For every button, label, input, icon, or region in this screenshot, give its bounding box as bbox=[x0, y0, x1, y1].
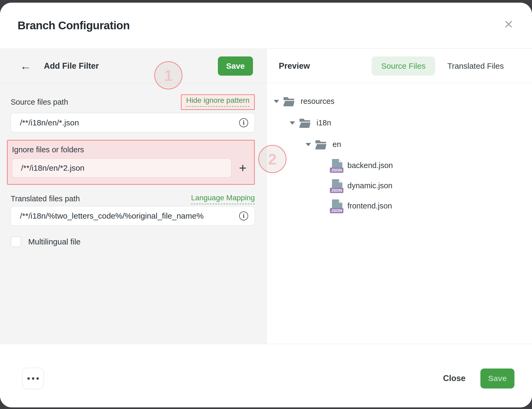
close-icon[interactable]: × bbox=[501, 16, 517, 32]
json-file-icon: JSON bbox=[331, 199, 343, 213]
tree-item-en[interactable]: en bbox=[267, 134, 532, 155]
ignore-files-label: Ignore files or folders bbox=[12, 145, 254, 154]
tree-item-dynamic-json[interactable]: JSON dynamic.json bbox=[267, 175, 532, 196]
dialog-content: ← Add File Filter Save Source files path… bbox=[0, 49, 532, 344]
json-badge: JSON bbox=[330, 167, 343, 173]
info-icon[interactable]: i bbox=[239, 118, 248, 127]
preview-header: Preview Source Files Translated Files bbox=[267, 49, 532, 83]
chevron-down-icon[interactable] bbox=[306, 143, 311, 146]
translated-path-row: Translated files path Language Mapping bbox=[11, 191, 255, 206]
chevron-down-icon[interactable] bbox=[290, 121, 295, 125]
dot-icon bbox=[27, 377, 30, 380]
tree-item-label: dynamic.json bbox=[347, 181, 392, 190]
tab-translated-files[interactable]: Translated Files bbox=[438, 56, 513, 76]
chevron-down-icon[interactable] bbox=[274, 100, 279, 103]
back-arrow-icon[interactable]: ← bbox=[20, 60, 31, 72]
tree-item-label: i18n bbox=[317, 118, 331, 127]
source-path-value: /**/i18n/en/*.json bbox=[20, 118, 235, 127]
add-ignore-pattern-icon[interactable]: + bbox=[231, 162, 254, 174]
tree-item-label: frontend.json bbox=[347, 202, 392, 210]
close-button[interactable]: Close bbox=[443, 374, 466, 383]
file-filter-panel: ← Add File Filter Save Source files path… bbox=[0, 49, 267, 344]
ignore-pattern-value: /**/i18n/en/*2.json bbox=[21, 163, 226, 173]
ignore-pattern-input[interactable]: /**/i18n/en/*2.json bbox=[12, 158, 231, 178]
translated-path-input[interactable]: /**/i18n/%two_letters_code%/%original_fi… bbox=[11, 206, 255, 226]
dialog-titlebar: Branch Configuration × bbox=[0, 3, 532, 49]
tree-item-label: backend.json bbox=[347, 161, 393, 170]
translated-path-value: /**/i18n/%two_letters_code%/%original_fi… bbox=[20, 211, 235, 220]
more-options-button[interactable] bbox=[22, 368, 44, 389]
json-file-icon: JSON bbox=[331, 158, 343, 172]
folder-icon bbox=[315, 139, 327, 150]
hide-ignore-highlight: Hide ignore pattern bbox=[181, 94, 255, 110]
screen: Branch Configuration × ← Add File Filter… bbox=[0, 0, 532, 409]
save-filter-button[interactable]: Save bbox=[218, 56, 253, 76]
json-file-icon: JSON bbox=[331, 179, 343, 193]
dot-icon bbox=[32, 377, 34, 380]
file-tree: resources i18n en bbox=[267, 83, 532, 216]
preview-panel: Preview Source Files Translated Files re… bbox=[267, 49, 532, 344]
source-path-label: Source files path bbox=[11, 98, 68, 107]
multilingual-row: Multilingual file bbox=[11, 236, 255, 247]
file-filter-title: Add File Filter bbox=[44, 61, 99, 71]
tree-item-i18n[interactable]: i18n bbox=[267, 112, 532, 134]
preview-title: Preview bbox=[279, 61, 310, 71]
source-path-input[interactable]: /**/i18n/en/*.json i bbox=[11, 113, 255, 132]
json-badge: JSON bbox=[330, 188, 343, 193]
tree-item-label: en bbox=[332, 140, 341, 149]
tree-item-backend-json[interactable]: JSON backend.json bbox=[267, 155, 532, 175]
tree-item-frontend-json[interactable]: JSON frontend.json bbox=[267, 196, 532, 216]
multilingual-checkbox[interactable] bbox=[11, 236, 21, 247]
preview-tabs: Source Files Translated Files bbox=[372, 56, 513, 76]
multilingual-label: Multilingual file bbox=[28, 237, 81, 246]
dot-icon bbox=[36, 377, 39, 380]
dialog-footer: Close Save bbox=[0, 344, 532, 407]
language-mapping-link[interactable]: Language Mapping bbox=[191, 194, 255, 204]
hide-ignore-pattern-link[interactable]: Hide ignore pattern bbox=[186, 96, 250, 107]
ignore-pattern-highlight: Ignore files or folders /**/i18n/en/*2.j… bbox=[7, 140, 255, 185]
ignore-input-row: /**/i18n/en/*2.json + bbox=[12, 158, 254, 178]
file-filter-header: ← Add File Filter Save bbox=[0, 49, 266, 83]
translated-path-label: Translated files path bbox=[11, 194, 80, 203]
folder-icon bbox=[283, 96, 295, 107]
footer-actions: Close Save bbox=[443, 369, 514, 388]
source-path-row: Source files path Hide ignore pattern bbox=[11, 94, 255, 110]
branch-configuration-dialog: Branch Configuration × ← Add File Filter… bbox=[0, 3, 532, 407]
file-filter-form: Source files path Hide ignore pattern /*… bbox=[0, 94, 266, 247]
save-button[interactable]: Save bbox=[480, 369, 514, 388]
folder-icon bbox=[299, 118, 311, 128]
tree-item-label: resources bbox=[301, 97, 334, 106]
dialog-title: Branch Configuration bbox=[18, 19, 130, 32]
json-badge: JSON bbox=[330, 208, 343, 214]
info-icon[interactable]: i bbox=[239, 211, 248, 220]
tab-source-files[interactable]: Source Files bbox=[372, 56, 435, 76]
tree-item-resources[interactable]: resources bbox=[267, 91, 532, 112]
